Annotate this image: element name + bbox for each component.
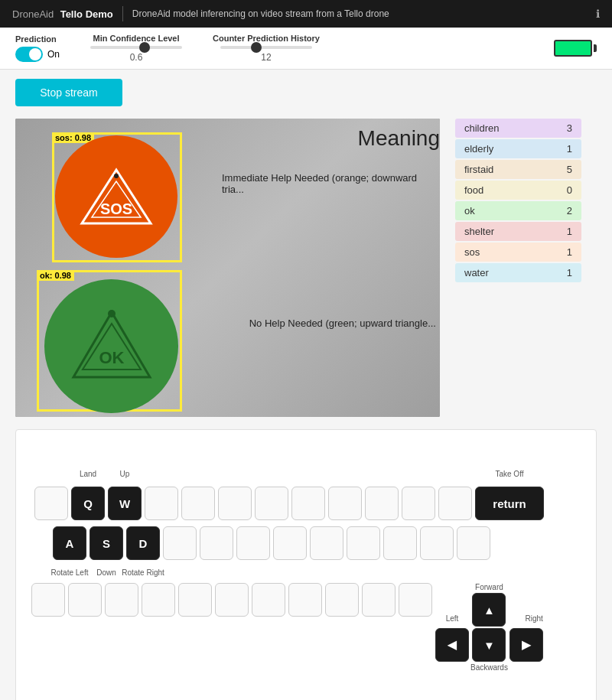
pred-count: 5 bbox=[567, 164, 572, 175]
prediction-row: firstaid5 bbox=[455, 160, 581, 179]
pred-name: elderly bbox=[464, 143, 493, 155]
prediction-control: Prediction On bbox=[15, 34, 60, 62]
pred-count: 3 bbox=[567, 122, 572, 134]
left-key[interactable]: ◀ bbox=[435, 628, 469, 662]
empty-key-r8 bbox=[420, 526, 454, 560]
down-key-wrapper: ▼ Backwards bbox=[470, 628, 508, 672]
prediction-label: Prediction bbox=[15, 34, 60, 44]
video-text-meaning: Meaning bbox=[358, 126, 440, 151]
brand-name: DroneAid Tello Demo bbox=[12, 7, 113, 21]
q-key[interactable]: Q bbox=[71, 487, 105, 520]
svg-marker-5 bbox=[73, 312, 150, 377]
pred-name: firstaid bbox=[464, 164, 493, 175]
empty-key-6 bbox=[291, 487, 325, 520]
video-text-help: Immediate Help Needed (orange; downward … bbox=[222, 172, 436, 195]
rotate-left-label: Rotate Left bbox=[51, 568, 89, 577]
pred-name: ok bbox=[464, 205, 475, 217]
ok-circle: OK bbox=[44, 279, 178, 413]
prediction-row: food0 bbox=[455, 181, 581, 200]
counter-prediction-control: Counter Prediction History 12 bbox=[213, 34, 320, 63]
right-key[interactable]: ▶ bbox=[509, 628, 543, 662]
empty-r3-11 bbox=[399, 583, 432, 617]
prediction-row: shelter1 bbox=[455, 222, 581, 241]
takeof-label: Take Off bbox=[495, 470, 523, 478]
video-text-no-help: No Help Needed (green; upward triangle..… bbox=[249, 317, 436, 329]
q-key-wrapper: Land Q bbox=[71, 487, 105, 520]
ok-label: ok: 0.98 bbox=[37, 270, 74, 281]
empty-key-10 bbox=[438, 487, 472, 520]
empty-key-r7 bbox=[383, 526, 417, 560]
s-key[interactable]: S bbox=[90, 526, 123, 560]
svg-point-4 bbox=[114, 174, 119, 178]
info-icon[interactable]: ℹ bbox=[596, 8, 600, 20]
return-key[interactable]: return bbox=[475, 487, 544, 520]
empty-key-r4 bbox=[273, 526, 307, 560]
empty-key-r1 bbox=[163, 526, 197, 560]
toggle-row: On bbox=[15, 47, 60, 62]
battery-indicator bbox=[554, 40, 597, 57]
pred-name: water bbox=[464, 267, 489, 278]
empty-key-9 bbox=[402, 487, 435, 520]
empty-r3-5 bbox=[178, 583, 212, 617]
pred-name: food bbox=[464, 184, 483, 196]
prediction-row: children3 bbox=[455, 119, 581, 138]
pred-count: 1 bbox=[567, 143, 572, 155]
empty-r3-1 bbox=[31, 583, 65, 617]
prediction-table: children3elderly1firstaid5food0ok2shelte… bbox=[455, 119, 581, 282]
w-key-wrapper: Up W bbox=[108, 487, 142, 520]
toggle-text: On bbox=[47, 49, 60, 60]
pred-count: 1 bbox=[567, 226, 572, 237]
empty-key-r6 bbox=[347, 526, 380, 560]
empty-key-r9 bbox=[457, 526, 490, 560]
empty-r3-9 bbox=[325, 583, 359, 617]
empty-r3-2 bbox=[68, 583, 102, 617]
battery-body bbox=[554, 40, 592, 57]
pred-count: 1 bbox=[567, 267, 572, 278]
down-key[interactable]: ▼ bbox=[472, 628, 506, 662]
counter-slider[interactable] bbox=[220, 46, 312, 49]
empty-r3-7 bbox=[252, 583, 285, 617]
w-key[interactable]: W bbox=[108, 487, 142, 520]
arrow-cluster: Forward ▲ Left ◀ ▼ Backwards bbox=[435, 583, 543, 672]
header-divider bbox=[122, 6, 123, 21]
prediction-row: elderly1 bbox=[455, 139, 581, 158]
left-key-wrapper: Left ◀ bbox=[435, 628, 469, 672]
keyboard-area: Land Q Up W T bbox=[15, 429, 597, 700]
forward-key[interactable]: ▲ bbox=[472, 593, 506, 627]
svg-point-7 bbox=[108, 310, 116, 317]
empty-r3-4 bbox=[142, 583, 175, 617]
svg-text:OK: OK bbox=[99, 348, 124, 367]
battery-tip bbox=[594, 44, 597, 52]
d-key[interactable]: D bbox=[126, 526, 160, 560]
lr-arrow-row: Left ◀ ▼ Backwards Right ▶ bbox=[435, 628, 543, 672]
keyboard-wrapper: Land Q Up W T bbox=[31, 465, 581, 672]
prediction-row: sos1 bbox=[455, 243, 581, 262]
video-area: Meaning Immediate Help Needed (orange; d… bbox=[15, 119, 440, 417]
backwards-label: Backwards bbox=[470, 663, 508, 672]
prediction-toggle[interactable] bbox=[15, 47, 43, 62]
right-key-wrapper: Right ▶ bbox=[509, 628, 543, 672]
empty-key-r2 bbox=[200, 526, 233, 560]
stop-stream-button[interactable]: Stop stream bbox=[15, 79, 122, 106]
counter-value: 12 bbox=[261, 52, 271, 63]
right-label-text: Right bbox=[526, 614, 543, 623]
brand-droneaid: DroneAid bbox=[12, 8, 54, 20]
confidence-value: 0.6 bbox=[130, 52, 143, 63]
empty-key-2 bbox=[145, 487, 178, 520]
empty-key-8 bbox=[365, 487, 399, 520]
controls-bar: Prediction On Min Confidence Level 0.6 C… bbox=[0, 28, 612, 70]
up-label: Up bbox=[120, 470, 130, 478]
empty-key-5 bbox=[255, 487, 288, 520]
prediction-row: ok2 bbox=[455, 201, 581, 220]
main-content: Stop stream Meaning Immediate Help Neede… bbox=[0, 70, 612, 700]
svg-text:SOS: SOS bbox=[100, 200, 132, 217]
video-prediction-row: Meaning Immediate Help Needed (orange; d… bbox=[15, 119, 597, 417]
empty-key-7 bbox=[328, 487, 362, 520]
a-key[interactable]: A bbox=[53, 526, 86, 560]
pred-count: 0 bbox=[567, 184, 572, 196]
empty-key-r5 bbox=[310, 526, 343, 560]
a-key-wrapper: A Rotate Left bbox=[53, 526, 86, 560]
confidence-slider[interactable] bbox=[90, 46, 182, 49]
video-background: Meaning Immediate Help Needed (orange; d… bbox=[15, 119, 440, 417]
pred-name: sos bbox=[464, 246, 480, 258]
